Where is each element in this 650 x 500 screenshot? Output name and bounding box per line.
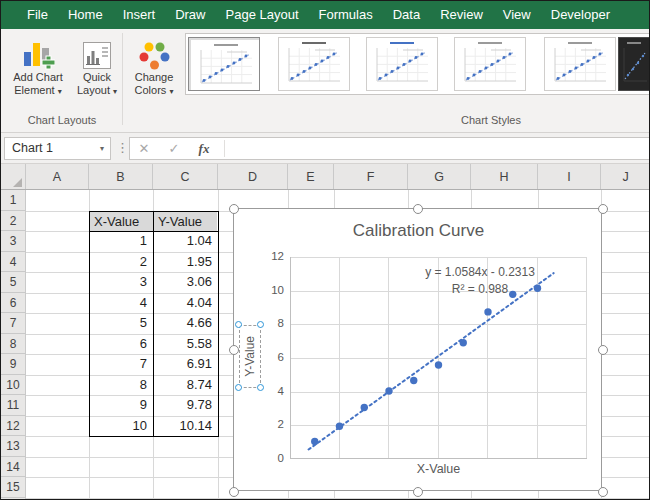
y-tick-0: 0	[258, 452, 284, 464]
row-header-3[interactable]: 3	[1, 231, 26, 252]
row-header-4[interactable]: 4	[1, 252, 26, 273]
row-header-2[interactable]: 2	[1, 211, 26, 232]
row-header-6[interactable]: 6	[1, 293, 26, 314]
row-header-10[interactable]: 10	[1, 375, 26, 396]
column-header-G[interactable]: G	[408, 164, 471, 190]
chart-resize-handle-sw[interactable]	[229, 487, 239, 497]
chart-title[interactable]: Calibration Curve	[234, 221, 603, 241]
row-header-5[interactable]: 5	[1, 272, 26, 293]
trendline-r-squared: R² = 0.988	[400, 281, 560, 298]
grid-hline	[26, 498, 650, 499]
header-bottom-border	[1, 189, 650, 190]
data-point[interactable]	[460, 339, 467, 346]
y-axis-title-selected[interactable]: Y-Value	[239, 325, 261, 388]
chart-resize-handle-se[interactable]	[598, 487, 608, 497]
row-header-13[interactable]: 13	[1, 436, 26, 457]
chart-resize-handle-e[interactable]	[598, 345, 608, 355]
x-axis-title[interactable]: X-Value	[290, 462, 587, 476]
y-tick-10: 10	[258, 284, 284, 296]
row-header-12[interactable]: 12	[1, 416, 26, 437]
row-header-11[interactable]: 11	[1, 395, 26, 416]
y-tick-2: 2	[258, 418, 284, 430]
chart-object[interactable]: Calibration Curve y = 1.0584x - 0.2313 R…	[233, 208, 602, 491]
row-header-9[interactable]: 9	[1, 354, 26, 375]
column-header-I[interactable]: I	[538, 164, 601, 190]
column-header-D[interactable]: D	[218, 164, 288, 190]
column-header-J[interactable]: J	[601, 164, 650, 190]
y-title-handle-nw[interactable]	[235, 321, 242, 328]
y-title-handle-se[interactable]	[257, 384, 264, 391]
data-point[interactable]	[484, 308, 491, 315]
table-header-divider	[89, 231, 219, 232]
data-point[interactable]	[361, 404, 368, 411]
trendline-equation: y = 1.0584x - 0.2313	[400, 264, 560, 281]
row-header-1[interactable]: 1	[1, 190, 26, 211]
table-column-divider	[153, 211, 154, 437]
column-header-H[interactable]: H	[471, 164, 538, 190]
column-header-A[interactable]: A	[26, 164, 89, 190]
y-title-handle-ne[interactable]	[257, 321, 264, 328]
row-header-14[interactable]: 14	[1, 457, 26, 478]
chart-resize-handle-ne[interactable]	[598, 204, 608, 214]
trendline-label[interactable]: y = 1.0584x - 0.2313 R² = 0.988	[400, 264, 560, 298]
y-title-handle-sw[interactable]	[235, 384, 242, 391]
chart-resize-handle-w[interactable]	[229, 345, 239, 355]
column-header-B[interactable]: B	[89, 164, 153, 190]
data-point[interactable]	[336, 422, 343, 429]
chart-resize-handle-s[interactable]	[413, 487, 423, 497]
data-point[interactable]	[435, 361, 442, 368]
row-header-7[interactable]: 7	[1, 313, 26, 334]
data-point[interactable]	[311, 438, 318, 445]
table-outer-border	[89, 211, 219, 437]
y-tick-12: 12	[258, 250, 284, 262]
excel-window: File Home Insert Draw Page Layout Formul…	[0, 0, 650, 500]
row-header-15[interactable]: 15	[1, 477, 26, 498]
data-point[interactable]	[385, 387, 392, 394]
column-header-C[interactable]: C	[153, 164, 218, 190]
column-header-E[interactable]: E	[288, 164, 334, 190]
data-point[interactable]	[410, 377, 417, 384]
chart-resize-handle-n[interactable]	[413, 204, 423, 214]
chart-resize-handle-nw[interactable]	[229, 204, 239, 214]
row-header-8[interactable]: 8	[1, 334, 26, 355]
y-tick-6: 6	[258, 351, 284, 363]
column-header-F[interactable]: F	[334, 164, 408, 190]
